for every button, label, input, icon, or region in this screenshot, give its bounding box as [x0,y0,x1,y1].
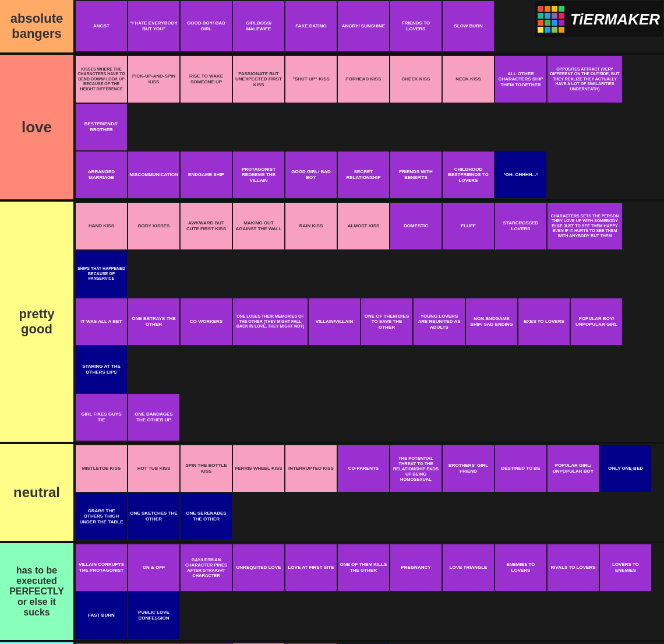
trope-cell: FAST BURN [76,592,127,639]
trope-cell: ONE BANDAGES THE OTHER UP [128,394,179,441]
trope-cell: GOOD GIRL/ BAD BOY [285,152,337,198]
trope-cell: LOVERS TO ENEMIES [600,544,651,591]
trope-cell: ANGRY/ SUNSHINE [338,1,389,51]
trope-cell: BROTHERS' GIRL FRIEND [443,445,494,492]
tier-content-has-to-be: VILLAIN CORRUPTS THE PROTAGONIST ON & OF… [75,543,664,640]
trope-cell: FORHEAD KISS [338,56,389,103]
trope-cell: DESTINED TO BE [495,445,546,492]
trope-cell: UNREQUITED LOVE [233,544,284,591]
trope-cell: IT WAS ALL A BET [76,298,127,345]
trope-cell: GRABS THE OTHERS THIGH UNDER THE TABLE [76,493,127,540]
trope-cell: ENDGAME SHIP [181,152,232,198]
trope-cell: HAND KISS [76,203,127,249]
trope-cell: NECK KISS [443,56,494,103]
tier-label-love: love [0,55,75,199]
trope-cell: BESTFRIENDS' BROTHER [76,104,127,150]
trope-cell: STARING AT THE OTHERS LIPS [76,346,127,393]
tier-row-neutral: neutral MISTLETOE KISS HOT TUB KISS SPIN… [0,444,664,542]
trope-cell: DOMESTIC [390,203,442,249]
trope-cell: ARRANGED MARRIAGE [76,152,127,198]
trope-cell: ONE SERENADES THE OTHER [181,493,232,540]
trope-cell: ENEMIES TO LOVERS [495,544,546,591]
trope-cell: ONE OF THEM DIES TO SAVE THE OTHER [361,298,412,345]
trope-cell: ONE OF THEM KILLS THE OTHER [338,544,389,591]
trope-cell: RAIN KISS [285,203,337,249]
trope-cell: GOOD BOY/ BAD GIRL [181,1,232,51]
trope-cell: PASSIONATE BUT UNEXPECTED FIRST KISS [233,56,284,103]
tier-content-neutral: MISTLETOE KISS HOT TUB KISS SPIN THE BOT… [75,444,664,541]
trope-cell: "SHUT UP" KISS [285,56,337,103]
trope-cell: YOUNG LOVERS ARE REUNITED AS ADULTS [414,298,465,345]
trope-cell: SLOW BURN [443,1,494,51]
trope-cell: CHEEK KISS [390,56,442,103]
trope-cell: POPULAR GIRL/ UNPOPULAR BOY [548,445,599,492]
trope-cell: NON-ENDGAME SHIP/ SAD ENDING [466,298,517,345]
trope-cell: VILLAIN CORRUPTS THE PROTAGONIST [76,544,127,591]
trope-cell: SHIPS THAT HAPPENED BECAUSE OF FANSERVIC… [76,251,127,297]
trope-cell: PUBLIC LOVE CONFESSION [128,592,179,639]
trope-cell: ALMOST KISS [338,203,389,249]
trope-cell: ONE SKETCHES THE OTHER [128,493,179,540]
tier-content-pretty-good: HAND KISS BODY KISSES AWKWARD BUT CUTE F… [75,202,664,442]
trope-cell: POPULAR BOY/ UNPOPULAR GIRL [571,298,622,345]
trope-cell: GAY/LESBIAN CHARACTER PINES AFTER STRAIG… [181,544,232,591]
trope-cell: KISSES WHERE THE CHARACTERS HAVE TO BEND… [76,56,127,103]
trope-cell: RIVALS TO LOVERS [548,544,599,591]
trope-cell: PROTAGONIST REDEEMS THE VILLAIN [233,152,284,198]
trope-cell: CHILDHOOD BESTFRIENDS TO LOVERS [443,152,494,198]
tier-row-has-to-be: has to be executed PERFECTLY or else it … [0,543,664,641]
trope-cell: BODY KISSES [128,203,179,249]
tier-content-absolute-bangers: ANGST "I HATE EVERYBODY BUT YOU" GOOD BO… [75,0,664,52]
tier-label-pretty-good: pretty good [0,202,75,442]
trope-cell: OPPOSITES ATTRACT (VERY DIFFERENT ON THE… [548,56,622,103]
tiermaker-logo: TiERMAKER [535,1,663,37]
trope-cell: PICK-UP-AND-SPIN KISS [128,56,179,103]
trope-cell: SECRET RELATIONSHIP [338,152,389,198]
trope-cell: THE POTENTIAL THREAT TO THE RELATIONSHIP… [390,445,442,492]
trope-cell: FLUFF [443,203,494,249]
trope-cell: FERRIS WHEEL KISS [233,445,284,492]
trope-cell: ANGST [76,1,127,51]
trope-cell: MISCOMMUNICATION [128,152,179,198]
trope-cell: ALL OTHER CHARACTERS SHIP THEM TOGETHER [495,56,546,103]
trope-cell: VILLAIN/VILLAIN [309,298,360,345]
tier-content-love: KISSES WHERE THE CHARACTERS HAVE TO BEND… [75,55,664,199]
trope-cell: SPIN THE BOTTLE KISS [181,445,232,492]
trope-cell: EXES TO LOVERS [518,298,570,345]
trope-cell: "I HATE EVERYBODY BUT YOU" [128,1,179,51]
tier-label-absolute-bangers: absolute bangers [0,0,75,52]
trope-cell: *oh. OHHHH...* [495,152,546,198]
trope-cell: MAKING OUT AGAINST THE WALL [233,203,284,249]
trope-cell: PREGNANCY [390,544,442,591]
trope-cell: HOT TUB KISS [128,445,179,492]
trope-cell: AWKWARD BUT CUTE FIRST KISS [181,203,232,249]
trope-cell: ONE LOSES THEIR MEMORIES OF THE OTHER (T… [233,298,308,345]
trope-cell: FRIENDS TO LOVERS [390,1,442,51]
tier-row-absolute-bangers: absolute bangers ANGST "I HATE EVERYBODY… [0,0,664,54]
tier-label-has-to-be: has to be executed PERFECTLY or else it … [0,543,75,640]
trope-cell: ONLY ONE BED [600,445,651,492]
tier-label-neutral: neutral [0,444,75,541]
logo-text: TiERMAKER [570,10,660,29]
trope-cell: ON & OFF [128,544,179,591]
trope-cell: CO-WORKERS [181,298,232,345]
trope-cell: FRIENDS WITH BENEFITS [390,152,442,198]
trope-cell: INTERRUPTED KISS [285,445,337,492]
tier-row-pretty-good: pretty good HAND KISS BODY KISSES AWKWAR… [0,202,664,443]
tier-list: absolute bangers ANGST "I HATE EVERYBODY… [0,0,664,644]
trope-cell: LOVE TRIANGLE [443,544,494,591]
trope-cell: ONE BETRAYS THE OTHER [128,298,179,345]
trope-cell: CO-PARENTS [338,445,389,492]
trope-cell: STARCROSSED LOVERS [495,203,546,249]
trope-cell: MISTLETOE KISS [76,445,127,492]
tier-row-love: love KISSES WHERE THE CHARACTERS HAVE TO… [0,55,664,200]
trope-cell: LOVE AT FIRST SITE [285,544,337,591]
trope-cell: FAKE DATING [285,1,337,51]
trope-cell: CHARACTERS SETS THE PERSON THEY LOVE UP … [548,203,622,249]
trope-cell: GIRLBOSS/ MALEWIFE [233,1,284,51]
trope-cell: RISE TO WAKE SOMEONE UP [181,56,232,103]
trope-cell: GIRL FIXES GUYS TIE [76,394,127,441]
